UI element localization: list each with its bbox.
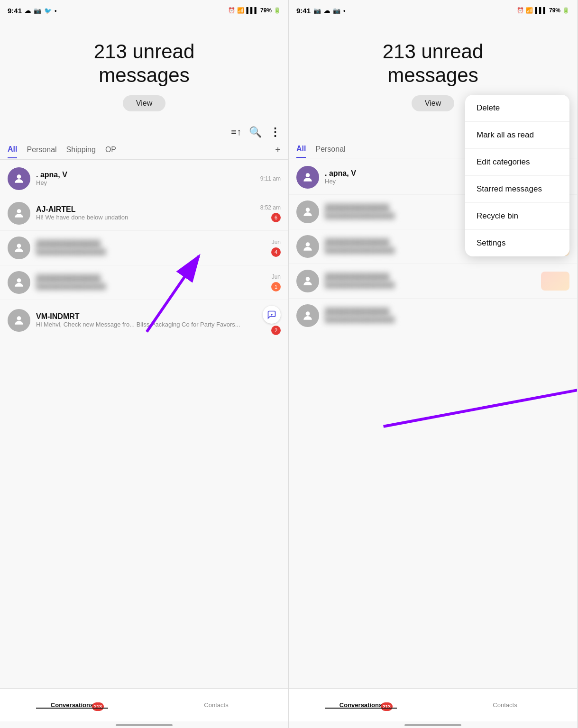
sort-icon[interactable]: ≡↑ [231,127,241,137]
conv-info-blurred-r3: ████████████ ████████████████ [325,273,535,289]
conv-item-airtel[interactable]: AJ-AIRTEL Hi! We have done below undatio… [0,196,288,230]
search-icon[interactable]: 🔍 [249,126,262,138]
more-options-icon[interactable]: ⋮ [269,126,281,139]
conv-name-blurred-r4: ████████████ [325,308,564,316]
conv-info-blurred-2: ████████████ ████████████████ [36,274,266,290]
conv-info-airtel: AJ-AIRTEL Hi! We have done below undatio… [36,205,255,221]
nav-conversations-left[interactable]: Conversations 213 [0,701,144,709]
conv-meta-blurred-2: Jun 1 [271,273,281,291]
time-right: 9:41 [296,7,311,15]
nav-contacts-right[interactable]: Contacts [433,701,577,709]
conv-preview-apna: Hey [36,179,255,186]
tab-personal-right[interactable]: Personal [315,141,345,157]
dropdown-delete[interactable]: Delete [465,95,569,122]
svg-point-12 [306,311,310,316]
dot-icon: • [55,7,57,14]
dropdown-recycle-bin[interactable]: Recycle bin [465,203,569,230]
color-swatch-r3 [541,272,569,291]
cloud-icon-right: ☁ [324,7,330,14]
avatar-blurred-r2 [296,235,319,258]
svg-point-0 [17,174,21,179]
tab-op-left[interactable]: OP [105,142,116,158]
svg-point-2 [17,244,21,248]
alarm-right: ⏰ [517,7,524,14]
instagram-icon: 📷 [34,7,41,14]
conv-name-blurred-1: ████████████ [36,240,266,248]
avatar-blurred-r1 [296,200,319,223]
right-phone-panel: 9:41 📷 ☁ 📷 • ⏰ 📶 ▌▌▌ 79% 🔋 213 unreadmes… [289,0,578,728]
conv-name-apna: . apna, V [36,171,255,179]
unread-count-left: 213 unreadmessages [9,40,279,88]
status-bar-right: 9:41 📷 ☁ 📷 • ⏰ 📶 ▌▌▌ 79% 🔋 [289,0,577,21]
signal-right: ▌▌▌ [535,7,547,14]
svg-point-9 [306,208,310,212]
conv-preview-blurred-r3: ████████████████ [325,282,535,289]
conv-item-blurred-r4[interactable]: ████████████ ████████████████ [289,298,577,333]
view-button-right[interactable]: View [412,95,454,111]
conv-meta-vm: 2 [263,306,281,335]
cloud-icon: ☁ [25,7,31,14]
dropdown-starred[interactable]: Starred messages [465,176,569,203]
nav-conversations-right[interactable]: Conversations 213 [289,701,433,709]
battery-left: 79% [260,7,272,14]
conv-preview-blurred-1: ████████████████ [36,248,266,255]
compose-icon[interactable] [263,306,281,324]
conv-item-blurred-2[interactable]: ████████████ ████████████████ Jun 1 [0,265,288,300]
tab-all-left[interactable]: All [8,141,17,158]
conv-badge-vm: 2 [271,326,281,335]
conversations-nav-label-right: Conversations [339,701,382,709]
conv-info-vm: VM-INDMRT Hi Mehvi, Check new Message fr… [36,312,257,328]
svg-point-8 [306,173,310,177]
tab-shipping-left[interactable]: Shipping [66,142,96,158]
twitter-icon: 🐦 [44,7,52,14]
conversations-nav-label-left: Conversations [51,701,93,709]
conv-item-blurred-r3[interactable]: ████████████ ████████████████ [289,264,577,298]
home-indicator-left [116,724,173,726]
dropdown-settings[interactable]: Settings [465,230,569,256]
svg-point-3 [17,278,21,282]
avatar-blurred-r3 [296,270,319,292]
home-indicator-right [404,724,461,726]
battery-right: 79% [549,7,560,14]
unread-banner-left: 213 unreadmessages View [0,21,288,121]
avatar-airtel [8,202,30,225]
camera-icon: 📷 [313,7,321,14]
tab-personal-left[interactable]: Personal [27,142,56,158]
conv-info-blurred-r4: ████████████ ████████████████ [325,308,564,323]
time-left: 9:41 [8,7,22,15]
conv-item-apna[interactable]: . apna, V Hey 9:11 am [0,162,288,196]
conv-meta-blurred-1: Jun 4 [271,239,281,257]
left-phone-panel: 9:41 ☁ 📷 🐦 • ⏰ 📶 ▌▌▌ 79% 🔋 213 unreadmes… [0,0,289,728]
avatar-blurred-r4 [296,304,319,327]
nav-contacts-left[interactable]: Contacts [144,701,288,709]
tab-all-right[interactable]: All [296,141,306,158]
conversation-list-left: . apna, V Hey 9:11 am AJ-AIRTEL Hi! We h… [0,162,288,688]
contacts-nav-label-right: Contacts [493,701,517,709]
tab-add-left[interactable]: + [275,141,281,159]
avatar-vm [8,309,30,332]
conv-name-airtel: AJ-AIRTEL [36,205,255,214]
instagram-icon-right: 📷 [333,7,340,14]
conv-badge-blurred-1: 4 [271,247,281,257]
conv-meta-blurred-r3 [541,272,569,291]
dropdown-mark-read[interactable]: Mark all as read [465,122,569,149]
svg-point-1 [17,209,21,213]
bottom-nav-left: Conversations 213 Contacts [0,688,288,721]
conv-info-apna: . apna, V Hey [36,171,255,186]
avatar-blurred-1 [8,237,30,259]
signal-icon: ▌▌▌ [246,7,258,14]
view-button-left[interactable]: View [123,95,165,111]
wifi-right: 📶 [526,7,533,14]
conv-item-vm[interactable]: VM-INDMRT Hi Mehvi, Check new Message fr… [0,300,288,341]
conv-name-vm: VM-INDMRT [36,312,257,321]
conv-time-blurred-2: Jun [272,273,281,280]
dropdown-menu: Delete Mark all as read Edit categories … [465,95,569,256]
conv-preview-blurred-r4: ████████████████ [325,316,564,323]
dropdown-edit-categories[interactable]: Edit categories [465,149,569,176]
avatar-apna [8,167,30,190]
status-bar-left: 9:41 ☁ 📷 🐦 • ⏰ 📶 ▌▌▌ 79% 🔋 [0,0,288,21]
tabs-left: All Personal Shipping OP + [0,141,288,160]
svg-point-4 [17,316,21,320]
battery-icon-right: 🔋 [562,7,569,14]
conv-item-blurred-1[interactable]: ████████████ ████████████████ Jun 4 [0,230,288,265]
